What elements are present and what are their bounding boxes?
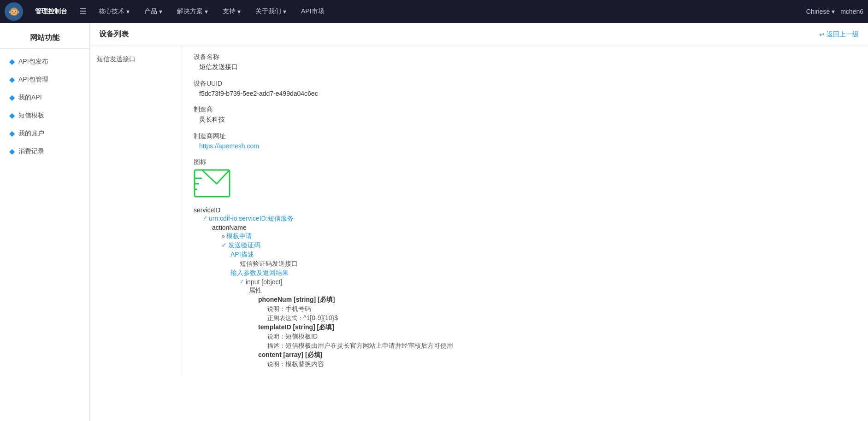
top-navigation: 🐵 管理控制台 ☰ 核心技术▾ 产品▾ 解决方案▾ 支持▾ 关于我们▾ API市… bbox=[0, 0, 868, 23]
tree-template-id-field: templateID [string] [必填] bbox=[258, 323, 856, 332]
chevron-down-icon: ▾ bbox=[832, 8, 835, 15]
nav-apimarket[interactable]: API市场 bbox=[298, 6, 327, 18]
diamond-icon: ◆ bbox=[9, 129, 15, 138]
diamond-icon: ◆ bbox=[9, 93, 15, 102]
tree-content-desc1: 说明： 模板替换内容 bbox=[267, 360, 856, 368]
tree-service-id-value: ✓ urn:cdif-io:serviceID:短信服务 bbox=[203, 215, 856, 223]
sidebar-item-label: 短信模板 bbox=[18, 111, 44, 120]
main-layout: 网站功能 ◆ API包发布 ◆ API包管理 ◆ 我的API ◆ 短信模板 ◆ … bbox=[0, 23, 868, 421]
left-panel-item: 短信发送接口 bbox=[97, 55, 136, 63]
sidebar-item-label: 我的API bbox=[18, 94, 42, 102]
tree-action-name-label: actionName bbox=[212, 224, 856, 231]
tree-template-apply: » 模板申请 bbox=[221, 232, 856, 240]
chevron-down-icon: ▾ bbox=[205, 8, 208, 15]
page-title: 设备列表 bbox=[99, 29, 129, 39]
tree-input-params-label: 输入参数及返回结果 bbox=[230, 269, 856, 277]
manufacturer-value: 灵长科技 bbox=[199, 116, 856, 124]
tree-templateid-desc1: 说明： 短信模板ID bbox=[267, 333, 856, 341]
device-detail-panel: 设备名称 短信发送接口 设备UUID f5dc73f9-b739-5ee2-ad… bbox=[182, 46, 868, 376]
sidebar-item-api-publish[interactable]: ◆ API包发布 bbox=[0, 53, 89, 70]
sidebar-item-label: 消费记录 bbox=[18, 147, 44, 156]
sidebar-item-consumption[interactable]: ◆ 消费记录 bbox=[0, 142, 89, 160]
nav-management-console[interactable]: 管理控制台 bbox=[32, 6, 70, 18]
sidebar-title: 网站功能 bbox=[0, 28, 89, 49]
sidebar-item-label: API包管理 bbox=[18, 76, 48, 84]
left-panel: 短信发送接口 bbox=[90, 46, 182, 376]
logo-icon: 🐵 bbox=[5, 2, 23, 21]
nav-products[interactable]: 产品▾ bbox=[142, 6, 165, 18]
manufacturer-section: 制造商 灵长科技 bbox=[194, 105, 856, 124]
device-icon bbox=[194, 168, 230, 198]
chevron-down-icon: ▾ bbox=[237, 8, 241, 15]
tree-templateid-desc2: 描述： 短信模板由用户在灵长官方网站上申请并经审核后方可使用 bbox=[267, 342, 856, 350]
tree-send-verify: ✓ 发送验证码 bbox=[221, 241, 856, 250]
api-desc-link[interactable]: API描述 bbox=[230, 251, 254, 259]
tree-api-desc-label: API描述 bbox=[230, 251, 856, 259]
tree-phone-desc2: 正则表达式： ^1[0-9]{10}$ bbox=[267, 314, 856, 322]
template-apply-link[interactable]: 模板申请 bbox=[226, 232, 252, 240]
sidebar-item-my-api[interactable]: ◆ 我的API bbox=[0, 88, 89, 106]
page-header: 设备列表 ↩ 返回上一级 bbox=[90, 23, 868, 46]
hamburger-icon[interactable]: ☰ bbox=[79, 6, 87, 17]
tree-api-desc-value: 短信验证码发送接口 bbox=[240, 260, 856, 268]
main-content: 设备列表 ↩ 返回上一级 短信发送接口 设备名称 短信发送接口 设 bbox=[90, 23, 868, 421]
back-link[interactable]: ↩ 返回上一级 bbox=[819, 30, 859, 39]
sidebar-item-my-account[interactable]: ◆ 我的账户 bbox=[0, 124, 89, 142]
diamond-icon: ◆ bbox=[9, 75, 15, 84]
website-value[interactable]: https://apemesh.com bbox=[199, 142, 856, 150]
language-selector[interactable]: Chinese ▾ bbox=[806, 8, 835, 15]
device-uuid-label: 设备UUID bbox=[194, 80, 856, 88]
sidebar-item-label: 我的账户 bbox=[18, 129, 44, 138]
user-menu[interactable]: mchen6 bbox=[840, 8, 863, 15]
back-arrow-icon: ↩ bbox=[819, 31, 825, 38]
chevron-down-icon: ▾ bbox=[126, 8, 130, 15]
diamond-icon: ◆ bbox=[9, 147, 15, 156]
chevron-down-icon: ▾ bbox=[159, 8, 162, 15]
chevron-down-icon: ▾ bbox=[283, 8, 286, 15]
diamond-icon: ◆ bbox=[9, 57, 15, 66]
tree-phone-num-field: phoneNum [string] [必填] bbox=[258, 296, 856, 304]
tree-phone-desc1: 说明： 手机号码 bbox=[267, 305, 856, 313]
tree-section: serviceID ✓ urn:cdif-io:serviceID:短信服务 a… bbox=[194, 206, 856, 368]
send-verify-link[interactable]: 发送验证码 bbox=[228, 241, 260, 250]
device-uuid-value: f5dc73f9-b739-5ee2-add7-e499da04c6ec bbox=[199, 90, 856, 97]
tree-content-field: content [array] [必填] bbox=[258, 351, 856, 359]
manufacturer-label: 制造商 bbox=[194, 105, 856, 114]
device-name-value: 短信发送接口 bbox=[199, 63, 856, 71]
sidebar-item-label: API包发布 bbox=[18, 58, 48, 66]
tree-properties-label: 属性 bbox=[249, 287, 856, 295]
device-name-section: 设备名称 短信发送接口 bbox=[194, 53, 856, 71]
sidebar-item-sms-template[interactable]: ◆ 短信模板 bbox=[0, 106, 89, 124]
device-name-label: 设备名称 bbox=[194, 53, 856, 61]
service-id-link[interactable]: urn:cdif-io:serviceID:短信服务 bbox=[209, 215, 294, 223]
sidebar-item-api-manage[interactable]: ◆ API包管理 bbox=[0, 70, 89, 88]
icon-label: 图标 bbox=[194, 158, 856, 166]
nav-solutions[interactable]: 解决方案▾ bbox=[174, 6, 211, 18]
website-section: 制造商网址 https://apemesh.com bbox=[194, 132, 856, 150]
nav-support[interactable]: 支持▾ bbox=[220, 6, 243, 18]
nav-coretech[interactable]: 核心技术▾ bbox=[96, 6, 132, 18]
device-uuid-section: 设备UUID f5dc73f9-b739-5ee2-add7-e499da04c… bbox=[194, 80, 856, 97]
content-area: 短信发送接口 设备名称 短信发送接口 设备UUID f5dc73f9-b739-… bbox=[90, 46, 868, 376]
email-svg-icon bbox=[194, 169, 230, 198]
nav-about[interactable]: 关于我们▾ bbox=[253, 6, 289, 18]
icon-section: 图标 bbox=[194, 158, 856, 198]
svg-rect-0 bbox=[195, 170, 230, 197]
tree-service-id-label: serviceID bbox=[194, 206, 856, 214]
website-label: 制造商网址 bbox=[194, 132, 856, 140]
sidebar: 网站功能 ◆ API包发布 ◆ API包管理 ◆ 我的API ◆ 短信模板 ◆ … bbox=[0, 23, 90, 421]
tree-input-object: ✓ input [object] bbox=[240, 278, 856, 286]
diamond-icon: ◆ bbox=[9, 111, 15, 120]
input-params-link[interactable]: 输入参数及返回结果 bbox=[230, 269, 289, 277]
